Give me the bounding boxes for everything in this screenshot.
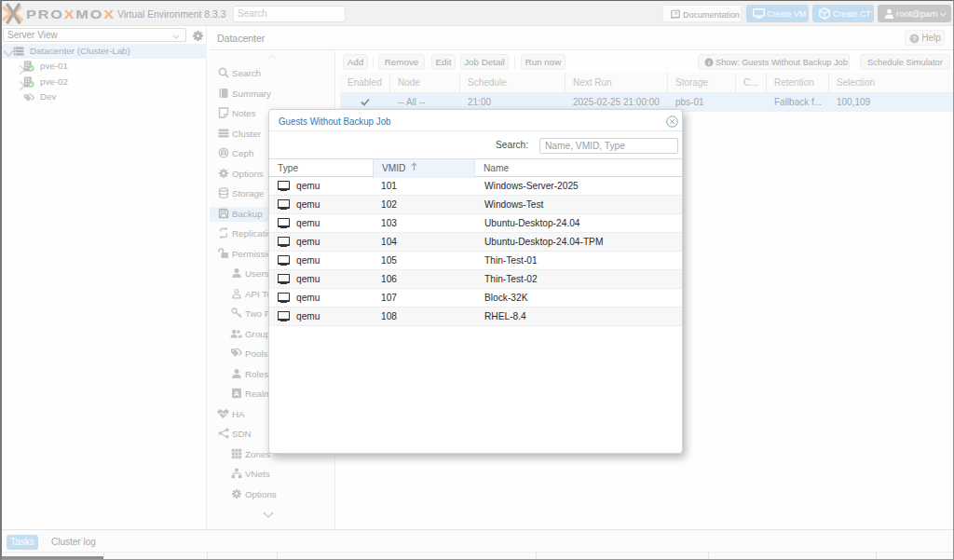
svg-text:?: ?	[912, 34, 917, 43]
svg-text:A: A	[234, 389, 239, 398]
svg-text:i: i	[708, 60, 710, 66]
